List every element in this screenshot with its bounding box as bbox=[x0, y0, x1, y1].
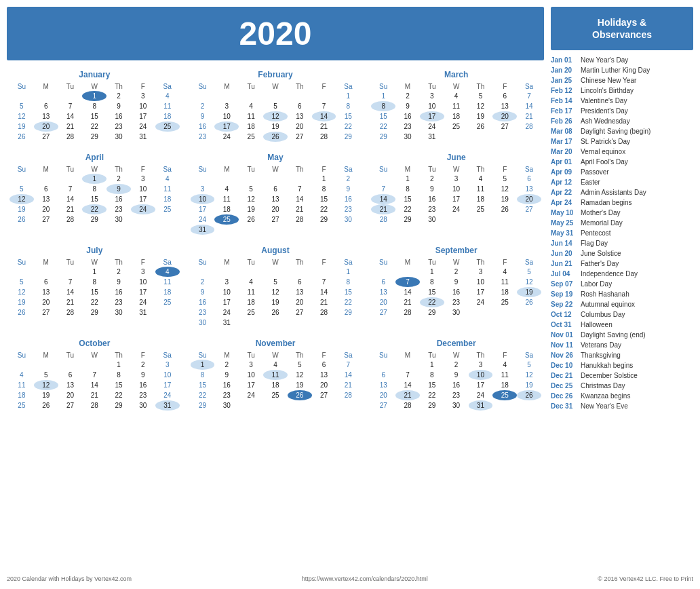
holiday-name: Kwanzaa begins bbox=[581, 392, 630, 401]
footer: 2020 Calendar with Holidays by Vertex42.… bbox=[7, 575, 693, 582]
calendar-day: 20 bbox=[312, 380, 336, 390]
calendar-day: 8 bbox=[420, 370, 444, 380]
calendar-day bbox=[263, 400, 288, 411]
calendar-day bbox=[336, 225, 360, 235]
day-header: F bbox=[131, 82, 155, 91]
calendar-day: 14 bbox=[58, 194, 83, 204]
calendar-day bbox=[312, 225, 336, 235]
calendar-day: 26 bbox=[517, 390, 541, 400]
calendar-day: 5 bbox=[288, 360, 312, 370]
calendar-day: 27 bbox=[34, 307, 58, 318]
calendar-day: 11 bbox=[492, 370, 517, 380]
calendar-day: 19 bbox=[469, 111, 493, 121]
calendar-day: 11 bbox=[444, 101, 469, 111]
calendar-day: 1 bbox=[312, 174, 336, 184]
calendar-day: 7 bbox=[312, 277, 336, 287]
calendar-day bbox=[336, 318, 360, 328]
holiday-item: Nov 11Veterans Day bbox=[551, 341, 693, 350]
day-header: Tu bbox=[58, 351, 83, 360]
calendar-day: 3 bbox=[444, 174, 469, 184]
day-header: F bbox=[312, 258, 336, 267]
holiday-date: Dec 26 bbox=[551, 392, 577, 401]
day-header: W bbox=[263, 258, 288, 267]
holiday-item: Sep 22Autumnal equinox bbox=[551, 300, 693, 309]
calendar-day: 6 bbox=[492, 91, 517, 101]
calendar-day: 24 bbox=[444, 204, 469, 214]
calendar-day: 4 bbox=[239, 277, 263, 287]
month-title: March bbox=[371, 70, 541, 79]
calendar-day bbox=[239, 267, 263, 277]
calendar-day: 18 bbox=[155, 111, 180, 121]
holiday-item: Jun 21Father's Day bbox=[551, 259, 693, 269]
calendar-day: 3 bbox=[131, 174, 155, 184]
calendar-day: 10 bbox=[444, 184, 469, 194]
month-block-august: AugustSuMTuWThFSa12345678910111213141516… bbox=[188, 243, 364, 330]
calendar-table: SuMTuWThFSa12345678910111213141516171819… bbox=[191, 82, 361, 142]
calendar-day: 10 bbox=[239, 370, 263, 380]
month-block-march: MarchSuMTuWThFSa123456789101112131415161… bbox=[368, 67, 544, 145]
day-header: Th bbox=[288, 258, 312, 267]
calendar-day: 27 bbox=[34, 132, 58, 142]
calendar-day: 24 bbox=[131, 121, 155, 132]
calendar-day: 13 bbox=[58, 380, 83, 390]
calendar-day: 15 bbox=[395, 194, 420, 204]
holiday-item: Feb 12Lincoln's Birthday bbox=[551, 86, 693, 96]
holiday-item: Dec 31New Year's Eve bbox=[551, 402, 693, 411]
calendar-day: 19 bbox=[492, 194, 517, 204]
holiday-date: Nov 01 bbox=[551, 330, 577, 340]
calendar-day: 16 bbox=[191, 297, 215, 307]
holiday-date: Jun 14 bbox=[551, 239, 577, 248]
calendar-day: 19 bbox=[9, 121, 34, 132]
day-header: F bbox=[492, 165, 517, 174]
holiday-date: Apr 24 bbox=[551, 198, 577, 208]
calendar-day: 1 bbox=[420, 267, 444, 277]
holiday-item: Apr 09Passover bbox=[551, 168, 693, 177]
calendar-day bbox=[469, 214, 493, 225]
day-header: M bbox=[214, 82, 239, 91]
holiday-item: Jun 14Flag Day bbox=[551, 239, 693, 248]
calendar-day: 22 bbox=[191, 390, 215, 400]
calendar-day: 26 bbox=[469, 121, 493, 132]
calendar-day bbox=[288, 318, 312, 328]
calendar-day: 10 bbox=[155, 370, 180, 380]
holiday-date: Sep 22 bbox=[551, 300, 577, 309]
month-block-december: DecemberSuMTuWThFSa123456789101112131415… bbox=[368, 336, 544, 413]
holiday-name: April Fool's Day bbox=[581, 157, 628, 167]
holiday-item: Feb 26Ash Wednesday bbox=[551, 117, 693, 126]
holiday-date: Nov 11 bbox=[551, 341, 577, 350]
day-header: Th bbox=[288, 165, 312, 174]
day-header: Sa bbox=[517, 82, 541, 91]
calendar-day: 19 bbox=[34, 390, 58, 400]
day-header: Sa bbox=[336, 351, 360, 360]
day-header: Tu bbox=[420, 165, 444, 174]
holiday-date: Apr 09 bbox=[551, 168, 577, 177]
calendar-day: 1 bbox=[82, 267, 106, 277]
holiday-date: May 31 bbox=[551, 229, 577, 238]
holiday-item: Jan 20Martin Luther King Day bbox=[551, 66, 693, 75]
holiday-name: Columbus Day bbox=[581, 310, 625, 320]
calendar-day: 12 bbox=[9, 194, 34, 204]
calendar-day bbox=[214, 225, 239, 235]
calendar-day: 25 bbox=[469, 204, 493, 214]
calendar-day bbox=[191, 174, 215, 184]
footer-right: © 2016 Vertex42 LLC. Free to Print bbox=[598, 575, 693, 582]
calendar-day: 17 bbox=[444, 194, 469, 204]
calendar-day bbox=[517, 400, 541, 411]
calendar-day: 27 bbox=[371, 400, 395, 411]
holiday-name: Ash Wednesday bbox=[581, 117, 630, 126]
calendar-day bbox=[155, 214, 180, 225]
day-header: F bbox=[492, 82, 517, 91]
calendar-day bbox=[58, 91, 83, 101]
calendar-day: 28 bbox=[288, 214, 312, 225]
holiday-name: New Year's Day bbox=[581, 56, 628, 65]
holiday-name: Christmas Day bbox=[581, 381, 625, 391]
page: 2020 JanuarySuMTuWThFSa12345678910111213… bbox=[0, 0, 700, 589]
calendar-day: 13 bbox=[312, 370, 336, 380]
calendar-day: 18 bbox=[9, 390, 34, 400]
day-header: Th bbox=[288, 82, 312, 91]
day-header: W bbox=[82, 258, 106, 267]
calendar-day bbox=[312, 400, 336, 411]
day-header: Th bbox=[469, 165, 493, 174]
day-header: Tu bbox=[239, 82, 263, 91]
calendar-day: 26 bbox=[517, 297, 541, 307]
